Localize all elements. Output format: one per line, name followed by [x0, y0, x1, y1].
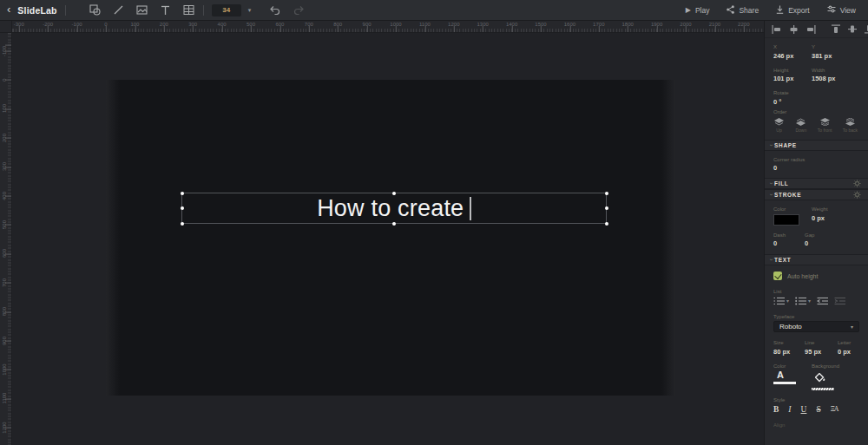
undo-icon[interactable]: [268, 4, 280, 16]
strikethrough-button[interactable]: S: [816, 405, 820, 414]
order-to-back-button[interactable]: To back: [843, 118, 858, 133]
section-header-shape[interactable]: › SHAPE: [765, 140, 868, 151]
text-case-button[interactable]: ΞA: [831, 405, 838, 413]
image-tool-icon[interactable]: [136, 4, 148, 16]
text-color-swatch: [773, 382, 796, 384]
ruler-number: 400: [218, 22, 227, 27]
height-value-field[interactable]: 101 px: [773, 75, 812, 82]
ruler-number: 900: [2, 335, 7, 347]
outdent-button[interactable]: [817, 297, 828, 305]
ruler-number: 1500: [535, 22, 546, 27]
section-header-stroke[interactable]: › STROKE: [765, 189, 868, 200]
numbered-list-button[interactable]: ▾: [773, 297, 789, 305]
text-background-label: Background: [812, 363, 859, 369]
corner-radius-field[interactable]: 0: [773, 164, 859, 172]
order-label: Order: [773, 109, 859, 115]
slide-text[interactable]: How to create: [317, 195, 464, 222]
stroke-weight-field[interactable]: 0 px: [812, 214, 859, 222]
ruler-vertical[interactable]: -100010020030040050060070080090010001100…: [0, 33, 12, 445]
stroke-gap-field[interactable]: 0: [805, 239, 838, 247]
indent-button[interactable]: [834, 297, 845, 305]
font-size-field[interactable]: 80 px: [773, 348, 805, 356]
ruler-number: 2200: [738, 22, 749, 27]
export-button[interactable]: Export: [776, 5, 810, 16]
resize-handle-bottom-center[interactable]: [392, 222, 396, 226]
selected-text-box[interactable]: How to create: [181, 193, 607, 224]
resize-handle-top-right[interactable]: [605, 192, 608, 195]
shape-tool-icon[interactable]: [89, 4, 102, 16]
align-middle-vertical-icon[interactable]: [848, 24, 857, 34]
zoom-dropdown-icon[interactable]: ▾: [248, 7, 252, 14]
slide[interactable]: How to create: [106, 80, 675, 396]
ruler-number: 1700: [593, 22, 604, 27]
caret-down-icon: ▾: [786, 298, 789, 304]
ruler-number: 200: [2, 132, 7, 144]
play-button[interactable]: ▶ Play: [686, 6, 710, 15]
text-background-button[interactable]: [812, 370, 859, 390]
zoom-level-field[interactable]: 34: [212, 4, 241, 16]
alignment-toolbar: [765, 21, 868, 38]
resize-handle-bottom-left[interactable]: [181, 222, 184, 226]
resize-handle-top-left[interactable]: [181, 192, 184, 195]
stroke-dash-label: Dash: [773, 232, 805, 238]
zoom-control: 34 ▾: [212, 4, 252, 16]
italic-button[interactable]: I: [788, 405, 791, 414]
ruler-number: 0: [104, 22, 107, 27]
align-left-icon[interactable]: [772, 25, 781, 34]
bold-button[interactable]: B: [773, 405, 779, 414]
width-value-field[interactable]: 1508 px: [812, 75, 859, 82]
order-up-button[interactable]: Up: [773, 118, 785, 133]
redo-icon[interactable]: [293, 4, 305, 16]
ruler-number: 800: [333, 22, 342, 27]
align-bottom-icon[interactable]: [865, 24, 868, 34]
resize-handle-bottom-right[interactable]: [605, 222, 608, 226]
table-tool-icon[interactable]: [183, 4, 195, 16]
line-tool-icon[interactable]: [113, 4, 125, 16]
align-top-icon[interactable]: [832, 24, 840, 34]
order-to-front-button[interactable]: To front: [818, 118, 832, 133]
stroke-options-gear-icon[interactable]: [853, 191, 861, 199]
chevron-icon: ›: [768, 141, 774, 148]
resize-handle-middle-left[interactable]: [181, 206, 184, 210]
ruler-corner: [0, 21, 12, 33]
style-label: Style: [773, 397, 859, 402]
underline-button[interactable]: U: [801, 405, 807, 414]
ruler-number: 1400: [506, 22, 517, 27]
caret-down-icon: ▾: [851, 324, 853, 330]
auto-height-checkbox[interactable]: [773, 272, 782, 280]
ruler-horizontal[interactable]: -300-200-1000100200300400500600700800900…: [12, 21, 764, 33]
stroke-color-swatch[interactable]: [773, 214, 799, 226]
width-label: Width: [812, 68, 859, 73]
align-right-icon[interactable]: [806, 25, 816, 34]
canvas-workspace[interactable]: How to create: [12, 33, 764, 445]
x-value-field[interactable]: 246 px: [773, 52, 812, 60]
typeface-select[interactable]: Roboto ▾: [773, 321, 859, 332]
section-header-text[interactable]: › TEXT: [765, 254, 868, 265]
resize-handle-middle-right[interactable]: [605, 206, 608, 210]
stroke-dash-field[interactable]: 0: [773, 239, 805, 247]
ruler-number: -300: [14, 22, 24, 27]
share-button[interactable]: Share: [727, 5, 759, 16]
resize-handle-top-center[interactable]: [392, 192, 396, 195]
view-button[interactable]: View: [827, 5, 856, 15]
ruler-number: 500: [2, 219, 7, 231]
back-icon[interactable]: ‹: [0, 3, 17, 17]
ruler-number: 0: [2, 74, 7, 86]
order-down-button[interactable]: Down: [795, 118, 806, 133]
stroke-color-label: Color: [773, 206, 812, 212]
properties-panel: X 246 px Y 381 px Height 101 px Width 15…: [764, 21, 868, 445]
rotate-value-field[interactable]: 0 °: [773, 98, 812, 106]
bulleted-list-button[interactable]: ▾: [795, 297, 811, 305]
chevron-icon: ›: [768, 192, 774, 199]
letter-spacing-field[interactable]: 0 px: [838, 348, 859, 356]
ruler-number: 1100: [419, 22, 431, 27]
section-header-fill[interactable]: › FILL: [765, 178, 868, 189]
line-height-field[interactable]: 95 px: [805, 348, 838, 356]
share-icon: [727, 5, 734, 16]
text-tool-icon[interactable]: [160, 4, 172, 16]
y-value-field[interactable]: 381 px: [812, 52, 859, 60]
ruler-number: 400: [2, 190, 7, 202]
align-center-horizontal-icon[interactable]: [789, 25, 799, 34]
fill-options-gear-icon[interactable]: [853, 180, 861, 187]
text-color-button[interactable]: A: [773, 370, 812, 384]
